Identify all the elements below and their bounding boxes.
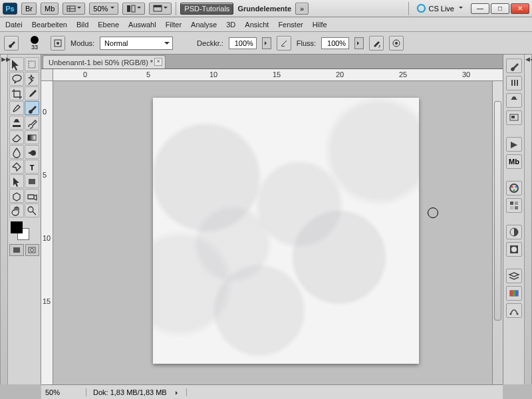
menu-filter[interactable]: Filter — [166, 21, 182, 29]
masks-panel-icon[interactable] — [506, 242, 522, 257]
lasso-tool[interactable] — [9, 72, 24, 86]
history-brush-tool[interactable] — [25, 116, 39, 130]
brush-preset-picker[interactable]: 33 — [24, 36, 45, 51]
swatches-panel-icon[interactable] — [506, 198, 522, 213]
menu-bild[interactable]: Bild — [76, 21, 88, 29]
channels-panel-icon[interactable] — [506, 286, 522, 301]
arrange-documents-button[interactable] — [122, 3, 145, 15]
color-panel-icon[interactable] — [506, 181, 522, 196]
gradient-tool[interactable] — [25, 130, 39, 144]
airbrush-button[interactable] — [369, 36, 384, 51]
pen-tool[interactable] — [9, 160, 24, 174]
menu-ansicht[interactable]: Ansicht — [245, 21, 269, 29]
hand-tool[interactable] — [9, 203, 24, 217]
svg-point-10 — [395, 42, 398, 45]
close-tab-icon[interactable]: × — [154, 58, 162, 66]
svg-point-22 — [511, 186, 513, 188]
svg-rect-26 — [515, 201, 518, 205]
svg-rect-15 — [13, 247, 20, 253]
document-canvas[interactable] — [153, 98, 419, 364]
type-tool[interactable]: T — [25, 160, 39, 174]
blend-mode-dropdown[interactable]: Normal — [100, 37, 173, 50]
menu-bar: DateiBearbeitenBildEbeneAuswahlFilterAna… — [0, 17, 532, 32]
view-extras-button[interactable] — [63, 3, 85, 15]
opacity-input[interactable]: 100% — [229, 37, 257, 49]
adjustments-panel-icon[interactable] — [506, 225, 522, 239]
status-zoom-input[interactable]: 50% — [41, 388, 86, 396]
menu-3d[interactable]: 3D — [226, 21, 235, 29]
clone-source-icon[interactable] — [506, 93, 522, 108]
left-dock-collapse[interactable]: ▶▶ — [0, 55, 8, 384]
document-tab[interactable]: Unbenannt-1 bei 50% (RGB/8) * × — [43, 55, 166, 68]
svg-point-8 — [378, 47, 380, 48]
3d-camera-tool[interactable] — [25, 189, 39, 203]
brush-panel-icon[interactable] — [506, 59, 522, 73]
menu-hilfe[interactable]: Hilfe — [313, 21, 327, 29]
tool-preset-picker[interactable] — [4, 36, 19, 51]
eyedropper-tool[interactable] — [25, 86, 39, 100]
vertical-scrollbar[interactable] — [492, 81, 503, 384]
app-title-bar: Ps Br Mb 50% PSD-Tutorials Grundelemente… — [0, 0, 532, 17]
workspace-psdtutorials-button[interactable]: PSD-Tutorials — [180, 3, 233, 15]
rectangle-shape-tool[interactable] — [25, 174, 39, 188]
rect-marquee-tool[interactable] — [25, 57, 39, 71]
navigator-panel-icon[interactable] — [506, 110, 522, 125]
flow-label: Fluss: — [297, 39, 316, 47]
opacity-scrubber[interactable] — [262, 37, 271, 49]
right-dock-collapse[interactable]: ◀◀ — [524, 55, 532, 384]
stamp-tool[interactable] — [9, 116, 24, 130]
bridge-launch-button[interactable]: Br — [21, 3, 37, 15]
paths-panel-icon[interactable] — [506, 303, 522, 318]
zoom-level-dropdown[interactable]: 50% — [89, 3, 118, 15]
canvas-viewport[interactable] — [53, 81, 492, 384]
tools-panel: T — [8, 55, 41, 384]
window-minimize-button[interactable]: — — [471, 3, 489, 14]
foreground-color-swatch[interactable] — [11, 221, 23, 233]
menu-analyse[interactable]: Analyse — [191, 21, 217, 29]
horizontal-scrollbar[interactable] — [187, 387, 503, 398]
magic-wand-tool[interactable] — [25, 72, 39, 86]
menu-auswahl[interactable]: Auswahl — [128, 21, 156, 29]
zoom-tool[interactable] — [25, 203, 39, 217]
svg-rect-4 — [154, 5, 162, 7]
brush-tool[interactable] — [25, 101, 39, 115]
standard-mode-button[interactable] — [9, 244, 24, 256]
path-select-tool[interactable] — [9, 174, 24, 188]
cslive-dropdown[interactable]: CS Live — [413, 4, 467, 13]
svg-rect-27 — [510, 206, 513, 209]
size-pressure-button[interactable] — [389, 36, 404, 51]
brush-presets-icon[interactable] — [506, 76, 522, 90]
opacity-pressure-button[interactable] — [277, 36, 291, 51]
svg-point-7 — [379, 45, 380, 47]
dodge-tool[interactable] — [25, 145, 39, 159]
color-swatches[interactable] — [9, 221, 39, 241]
layers-panel-icon[interactable] — [506, 269, 522, 283]
blur-tool[interactable] — [9, 145, 24, 159]
minibridge-panel-icon[interactable]: Mb — [506, 154, 522, 169]
svg-rect-19 — [511, 116, 515, 118]
menu-bearbeiten[interactable]: Bearbeiten — [32, 21, 67, 29]
svg-rect-33 — [510, 291, 513, 296]
brush-panel-toggle[interactable] — [51, 36, 65, 51]
window-maximize-button[interactable]: □ — [491, 3, 509, 14]
menu-datei[interactable]: Datei — [5, 21, 23, 29]
workspace-more-button[interactable]: » — [295, 3, 309, 15]
workspace-name-label: Grundelemente — [237, 5, 291, 13]
flow-scrubber[interactable] — [354, 37, 364, 49]
eraser-tool[interactable] — [9, 130, 24, 144]
svg-point-17 — [31, 249, 34, 252]
healing-tool[interactable] — [9, 101, 24, 115]
3d-rotate-tool[interactable] — [9, 189, 24, 203]
status-bar: 50% Dok: 1,83 MB/1,83 MB — [41, 384, 503, 399]
minibridge-launch-button[interactable]: Mb — [41, 3, 59, 15]
window-close-button[interactable]: ✕ — [511, 3, 529, 14]
menu-fenster[interactable]: Fenster — [278, 21, 303, 29]
status-docinfo[interactable]: Dok: 1,83 MB/1,83 MB — [86, 388, 187, 396]
actions-panel-icon[interactable] — [506, 137, 522, 152]
flow-input[interactable]: 100% — [321, 37, 349, 49]
crop-tool[interactable] — [9, 86, 24, 100]
menu-ebene[interactable]: Ebene — [98, 21, 119, 29]
quickmask-mode-button[interactable] — [25, 244, 40, 256]
screen-mode-button[interactable] — [149, 3, 172, 15]
move-tool[interactable] — [9, 57, 24, 71]
